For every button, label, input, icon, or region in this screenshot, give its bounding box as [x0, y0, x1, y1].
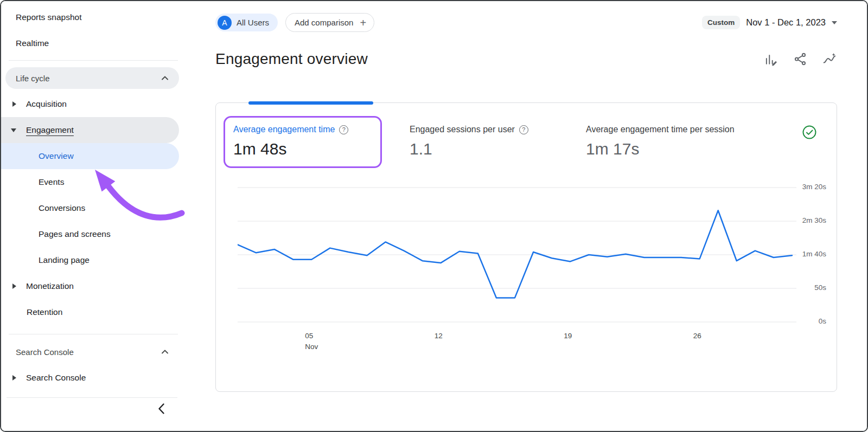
x-axis: 05Nov121926 [238, 331, 796, 352]
section-label: Life cycle [16, 74, 50, 83]
y-axis-label: 0s [797, 317, 826, 325]
engagement-time-line [238, 210, 792, 298]
sidebar-item-monetization[interactable]: Monetization [1, 273, 179, 299]
share-icon[interactable] [793, 51, 808, 67]
add-comparison-label: Add comparison [295, 18, 353, 27]
chevron-up-icon [162, 350, 168, 354]
sidebar-item-label: Conversions [39, 203, 85, 213]
sidebar-item-pages-and-screens[interactable]: Pages and screens [1, 221, 179, 247]
metric-value: 1m 17s [586, 140, 762, 158]
sidebar-item-acquisition[interactable]: Acquisition [1, 91, 179, 117]
chart-plot-area[interactable] [238, 180, 796, 337]
sidebar-item-events[interactable]: Events [1, 169, 179, 195]
y-axis-label: 1m 40s [797, 250, 826, 258]
sidebar-item-conversions[interactable]: Conversions [1, 195, 179, 221]
collapse-arrow-icon [11, 128, 16, 132]
y-axis-label: 2m 30s [797, 216, 826, 224]
insights-icon[interactable] [822, 51, 837, 67]
metric-label: Average engagement time [233, 125, 335, 134]
metric-average-engagement-time[interactable]: Average engagement time ? 1m 48s [233, 125, 410, 158]
help-icon[interactable]: ? [339, 125, 348, 134]
metrics-row: Average engagement time ? 1m 48s Engaged… [216, 103, 837, 158]
sidebar-item-label: Reports snapshot [16, 12, 82, 22]
metric-avg-engagement-time-per-session[interactable]: Average engagement time per session 1m 1… [586, 125, 762, 158]
chevron-left-icon [157, 403, 165, 415]
title-row: Engagement overview [186, 32, 867, 68]
dropdown-caret-icon [832, 21, 837, 24]
page-title: Engagement overview [215, 50, 368, 68]
engagement-overview-card: Average engagement time ? 1m 48s Engaged… [215, 102, 837, 392]
sidebar-item-label: Retention [27, 307, 62, 317]
section-header-search-console[interactable]: Search Console [5, 341, 179, 363]
sidebar-item-label: Overview [39, 151, 74, 161]
x-axis-label: 19 [564, 331, 572, 341]
x-axis-label: 12 [435, 331, 443, 341]
date-range-picker[interactable]: Custom Nov 1 - Dec 1, 2023 [702, 16, 837, 29]
sidebar-item-label: Engagement [26, 125, 74, 135]
x-axis-label: 26 [693, 331, 701, 341]
metric-engaged-sessions-per-user[interactable]: Engaged sessions per user ? 1.1 [410, 125, 586, 158]
metric-label: Average engagement time per session [586, 125, 735, 134]
comparison-toolbar: A All Users Add comparison + Custom Nov … [186, 1, 867, 32]
sidebar-item-label: Pages and screens [39, 229, 111, 239]
y-axis-label: 3m 20s [797, 183, 826, 191]
section-header-life-cycle[interactable]: Life cycle [5, 67, 179, 89]
sidebar-item-overview[interactable]: Overview [1, 143, 179, 169]
report-actions [763, 51, 837, 67]
collapse-sidebar-button[interactable] [154, 401, 169, 416]
sidebar-divider [9, 60, 178, 61]
expand-arrow-icon [12, 375, 16, 381]
chevron-up-icon [162, 76, 168, 80]
sidebar-item-landing-page[interactable]: Landing page [1, 247, 179, 273]
engagement-time-chart: 0s50s1m 40s2m 30s3m 20s 05Nov121926 [238, 180, 829, 364]
data-quality-check-icon[interactable] [802, 125, 817, 142]
reports-sidebar: Reports snapshot Realtime Life cycle Acq… [1, 1, 186, 431]
metric-label: Engaged sessions per user [410, 125, 515, 134]
report-main-area: A All Users Add comparison + Custom Nov … [186, 1, 867, 431]
sidebar-item-label: Events [39, 177, 64, 187]
sidebar-item-retention[interactable]: Retention [1, 299, 179, 325]
segment-chip-label: All Users [237, 18, 269, 27]
sidebar-item-label: Monetization [26, 281, 74, 291]
sidebar-item-reports-snapshot[interactable]: Reports snapshot [1, 4, 179, 30]
customize-report-icon[interactable] [763, 51, 778, 67]
ga4-engagement-overview-page: Reports snapshot Realtime Life cycle Acq… [0, 0, 868, 432]
sidebar-item-label: Landing page [39, 255, 90, 265]
sidebar-item-search-console[interactable]: Search Console [1, 365, 179, 391]
help-icon[interactable]: ? [519, 125, 528, 134]
sidebar-divider [9, 334, 178, 334]
sidebar-item-label: Acquisition [26, 99, 67, 109]
custom-date-badge: Custom [702, 16, 740, 29]
add-comparison-button[interactable]: Add comparison + [285, 13, 374, 32]
section-label: Search Console [16, 347, 74, 357]
metric-value: 1m 48s [233, 140, 410, 158]
sidebar-item-label: Search Console [26, 373, 86, 383]
all-users-segment-chip[interactable]: A All Users [215, 14, 278, 31]
plus-icon: + [360, 17, 366, 28]
expand-arrow-icon [12, 101, 16, 107]
x-axis-label: 05Nov [305, 331, 318, 352]
sidebar-item-engagement[interactable]: Engagement [1, 117, 179, 143]
sidebar-divider [7, 397, 177, 398]
y-axis-label: 50s [797, 283, 826, 292]
metric-value: 1.1 [410, 140, 586, 158]
date-range-label: Nov 1 - Dec 1, 2023 [746, 17, 826, 28]
metric-carousel-indicator[interactable] [248, 101, 373, 105]
sidebar-item-label: Realtime [16, 38, 49, 48]
expand-arrow-icon [12, 283, 16, 289]
segment-avatar: A [218, 16, 232, 30]
sidebar-item-realtime[interactable]: Realtime [1, 30, 179, 56]
